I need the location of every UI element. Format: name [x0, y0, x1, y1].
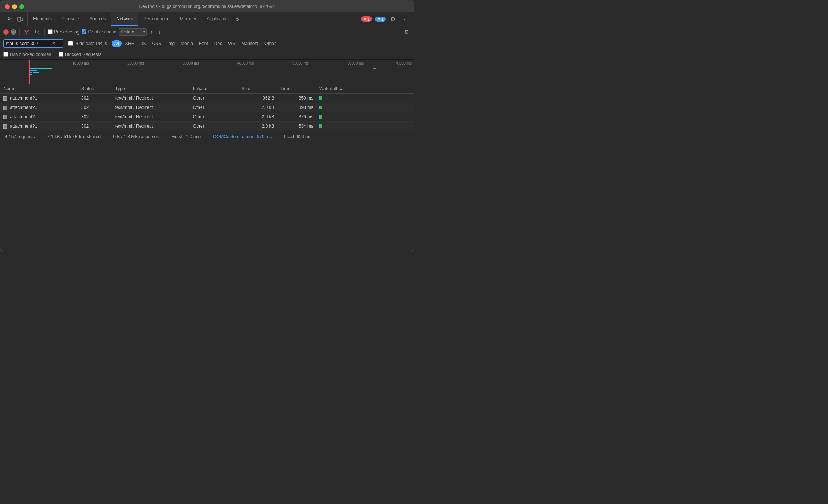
filter-type-js[interactable]: JS: [138, 40, 148, 47]
tab-application[interactable]: Application: [201, 12, 234, 26]
col-name[interactable]: Name: [0, 84, 78, 94]
tab-bar: Elements Console Sources Network Perform…: [0, 12, 414, 26]
network-settings-icon[interactable]: ⚙: [403, 28, 411, 36]
cell-initiator: Other: [190, 122, 239, 131]
timeline-label-50000: 50000 ms: [292, 61, 309, 65]
tab-console[interactable]: Console: [57, 12, 84, 26]
timeline-label-70000: 70000 ms: [395, 61, 412, 65]
table-row[interactable]: attachment?... 302 text/html / Redirect …: [0, 112, 414, 122]
minimize-button[interactable]: [12, 4, 17, 9]
devtools-icons: [2, 12, 28, 26]
filter-type-ws[interactable]: WS: [225, 40, 238, 47]
filter-type-img[interactable]: Img: [165, 40, 177, 47]
filter-type-other[interactable]: Other: [262, 40, 278, 47]
table-row[interactable]: attachment?... 302 text/html / Redirect …: [0, 103, 414, 112]
record-button[interactable]: [3, 29, 9, 35]
timeline-red-line: [29, 60, 30, 84]
cell-waterfall: [316, 112, 414, 122]
resources-size: 0 B / 1.8 MB resources: [113, 134, 165, 139]
svg-rect-0: [18, 17, 21, 21]
cell-waterfall: [316, 103, 414, 112]
filter-type-media[interactable]: Media: [178, 40, 196, 47]
timeline-label-10000: 10000 ms: [73, 61, 89, 65]
table-row[interactable]: attachment?... 302 text/html / Redirect …: [0, 94, 414, 103]
mini-bar-2: [29, 68, 52, 69]
toolbar-divider-2: [44, 28, 45, 36]
warning-badge: ⚑ 1: [375, 17, 386, 22]
cell-status: 302: [78, 103, 112, 112]
tab-list: Elements Console Sources Network Perform…: [28, 12, 358, 26]
filter-types: All XHR JS CSS Img Media Font Doc WS Man…: [112, 40, 278, 47]
col-size[interactable]: Size: [239, 84, 278, 94]
tab-performance[interactable]: Performance: [138, 12, 175, 26]
device-toolbar-icon[interactable]: [15, 15, 24, 23]
filter-bar: ✕ Hide data URLs All XHR JS CSS Img Medi…: [0, 38, 414, 49]
filter-type-font[interactable]: Font: [196, 40, 211, 47]
toolbar-divider-1: [19, 28, 20, 36]
filter-icon[interactable]: [23, 29, 31, 35]
close-button[interactable]: [5, 4, 10, 9]
tab-sources[interactable]: Sources: [84, 12, 111, 26]
error-badge: ✕ 1: [361, 16, 372, 22]
mini-bar-far: [373, 68, 376, 69]
mini-bar-3: [29, 70, 37, 71]
cell-status: 302: [78, 94, 112, 103]
hide-data-urls-checkbox[interactable]: Hide data URLs: [66, 40, 109, 47]
has-blocked-cookies-checkbox[interactable]: Has blocked cookies: [3, 52, 51, 57]
filter-type-xhr[interactable]: XHR: [122, 40, 137, 47]
filter-type-manifest[interactable]: Manifest: [239, 40, 261, 47]
status-bar: 4 / 57 requests 7.1 kB / 515 kB transfer…: [0, 131, 414, 142]
cell-time: 534 ms: [278, 122, 317, 131]
col-status[interactable]: Status: [78, 84, 112, 94]
col-time[interactable]: Time: [278, 84, 317, 94]
blocked-requests-checkbox[interactable]: Blocked Requests: [59, 52, 101, 57]
settings-icon[interactable]: ⚙: [389, 15, 397, 23]
cell-time: 398 ms: [278, 103, 317, 112]
cell-size: 962 B: [239, 94, 278, 103]
download-icon[interactable]: ↓: [157, 28, 162, 36]
svg-point-2: [12, 31, 15, 33]
cell-type: text/html / Redirect: [112, 112, 190, 122]
inspect-icon[interactable]: [5, 15, 14, 23]
title-bar: DevTools - bugs.chromium.org/p/chromium/…: [0, 0, 414, 12]
disable-cache-checkbox[interactable]: Disable cache: [82, 29, 116, 35]
waterfall-timeline: 10000 ms 20000 ms 30000 ms 40000 ms 5000…: [0, 60, 414, 84]
filter-input-wrapper[interactable]: ✕: [3, 39, 63, 48]
svg-rect-1: [21, 18, 23, 21]
filter-clear-icon[interactable]: ✕: [51, 41, 57, 46]
tab-bar-right: ✕ 1 ⚑ 1 ⚙ ⋮: [358, 15, 412, 23]
cell-status: 302: [78, 112, 112, 122]
tab-memory[interactable]: Memory: [175, 12, 201, 26]
timeline-label-60000: 60000 ms: [347, 61, 364, 65]
traffic-lights: [5, 4, 24, 9]
mini-bar-5: [33, 72, 39, 73]
preserve-log-checkbox[interactable]: Preserve log: [48, 29, 79, 35]
cell-initiator: Other: [190, 112, 239, 122]
tab-elements[interactable]: Elements: [28, 12, 57, 26]
filter-input[interactable]: [6, 41, 51, 46]
throttle-selector[interactable]: Online Fast 3G Slow 3G Offline ▾: [119, 28, 147, 36]
more-tabs-icon[interactable]: »: [234, 15, 240, 23]
stop-button[interactable]: [11, 29, 16, 35]
maximize-button[interactable]: [19, 4, 24, 9]
cell-size: 2.0 kB: [239, 103, 278, 112]
network-table-area: Name Status Type Initiator Size Time Wat…: [0, 84, 414, 131]
filter-type-all[interactable]: All: [112, 40, 122, 47]
finish-time: Finish: 1.0 min: [171, 134, 207, 139]
cell-type: text/html / Redirect: [112, 94, 190, 103]
cell-time: 350 ms: [278, 94, 317, 103]
cell-type: text/html / Redirect: [112, 122, 190, 131]
tab-network[interactable]: Network: [111, 12, 138, 26]
table-row[interactable]: attachment?... 302 text/html / Redirect …: [0, 122, 414, 131]
col-type[interactable]: Type: [112, 84, 190, 94]
filter-type-doc[interactable]: Doc: [212, 40, 225, 47]
col-waterfall[interactable]: Waterfall: [316, 84, 414, 94]
cell-time: 376 ms: [278, 112, 317, 122]
upload-icon[interactable]: ↑: [149, 28, 154, 36]
search-icon[interactable]: [33, 29, 41, 35]
cell-initiator: Other: [190, 94, 239, 103]
timeline-label-30000: 30000 ms: [183, 61, 199, 65]
filter-type-css[interactable]: CSS: [149, 40, 164, 47]
more-options-icon[interactable]: ⋮: [400, 15, 409, 23]
col-initiator[interactable]: Initiator: [190, 84, 239, 94]
